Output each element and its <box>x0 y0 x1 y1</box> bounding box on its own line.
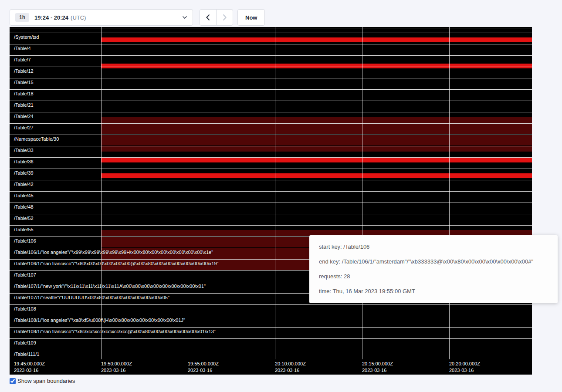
chevron-left-icon <box>206 14 210 21</box>
span-boundary-line <box>10 316 532 316</box>
span-boundary-line <box>10 157 532 158</box>
time-gridline <box>275 27 275 359</box>
span-key-label: /Table/106 <box>14 238 36 243</box>
span-key-label: /Table/21 <box>14 102 34 108</box>
span-boundary-line <box>10 135 532 135</box>
chevron-down-icon <box>182 16 187 19</box>
span-boundary-line <box>10 180 532 180</box>
time-axis-date: 2023-03-16 <box>275 367 306 374</box>
tooltip-time: time: Thu, 16 Mar 2023 19:55:00 GMT <box>319 284 548 299</box>
time-axis-time: 20:20:00.000Z <box>449 361 480 367</box>
span-key-label: /Table/108/1/"los angeles"/"\xa8\xf5\u00… <box>14 318 185 323</box>
time-axis-date: 2023-03-16 <box>101 367 132 374</box>
chevron-right-icon <box>223 14 227 21</box>
span-boundary-line <box>10 44 532 44</box>
time-axis-date: 2023-03-16 <box>449 367 480 374</box>
keyvis-canvas[interactable]: /System/tsd/Table/4/Table/7/Table/12/Tab… <box>10 27 532 375</box>
span-key-label: /Table/39 <box>14 170 34 176</box>
span-key-label: /Table/108 <box>14 306 36 311</box>
span-boundary-line <box>10 169 532 169</box>
previous-interval-button[interactable] <box>200 9 217 26</box>
time-axis-label: 19:55:00.000Z2023-03-16 <box>188 361 219 374</box>
span-key-label: /Table/106/1/"los angeles"/"\x99\x99\x99… <box>14 250 213 255</box>
time-gridline <box>101 27 102 359</box>
time-axis-date: 2023-03-16 <box>14 367 45 374</box>
span-key-label: /Table/106/1/"san francisco"/"\x80\x00\x… <box>14 261 219 266</box>
span-key-label: /Table/107 <box>14 272 36 277</box>
timezone-text: (UTC) <box>71 14 86 21</box>
time-gridline <box>188 27 188 359</box>
span-key-label: /Table/4 <box>14 46 31 51</box>
span-key-label: /Table/33 <box>14 148 34 153</box>
span-boundary-line <box>10 304 532 305</box>
span-boundary-line <box>10 327 532 328</box>
span-boundary-line <box>10 350 532 350</box>
span-key-label: /Table/107/1/"seattle"/"UUUUUUD\x00\x80\… <box>14 295 169 300</box>
span-key-label: /Table/111/1 <box>14 351 39 357</box>
span-key-label: /Table/18 <box>14 91 34 96</box>
span-boundary-line <box>10 123 532 124</box>
span-key-label: /Table/52 <box>14 216 34 221</box>
heat-band <box>101 135 532 145</box>
time-axis-label: 20:15:00.000Z2023-03-16 <box>362 361 393 374</box>
heat-band <box>101 117 532 123</box>
span-key-label: /Table/42 <box>14 182 34 187</box>
span-key-label: /Table/108/1/"san francisco"/"\x8c\xcc\x… <box>14 329 216 334</box>
keyvis-tooltip: start key: /Table/106 end key: /Table/10… <box>309 235 558 303</box>
span-key-label: /Table/12 <box>14 68 34 74</box>
span-boundary-line <box>10 112 532 112</box>
span-boundary-line <box>10 146 532 146</box>
span-boundary-line <box>10 225 532 226</box>
span-boundary-line <box>10 67 532 67</box>
span-key-label: /Table/55 <box>14 227 34 232</box>
time-axis-label: 19:50:00.000Z2023-03-16 <box>101 361 132 374</box>
time-axis-time: 19:50:00.000Z <box>101 361 132 367</box>
time-axis-label: 20:10:00.000Z2023-03-16 <box>275 361 306 374</box>
span-key-label: /Table/7 <box>14 57 31 62</box>
span-boundary-line <box>10 78 532 78</box>
heat-band <box>101 64 532 68</box>
span-boundary-line <box>10 28 532 28</box>
time-gridline <box>362 27 362 359</box>
span-boundary-line <box>10 214 532 214</box>
time-axis-date: 2023-03-16 <box>188 367 219 374</box>
time-axis-time: 19:45:00.000Z <box>14 361 45 367</box>
heat-band <box>101 158 532 162</box>
time-axis-time: 19:55:00.000Z <box>188 361 219 367</box>
span-boundary-line <box>10 89 532 90</box>
span-key-label: /System/tsd <box>14 34 39 40</box>
time-axis-label: 19:45:00.000Z2023-03-16 <box>14 361 45 374</box>
show-span-boundaries-checkbox[interactable] <box>10 378 16 384</box>
heat-band <box>101 124 532 134</box>
heat-band <box>101 173 532 178</box>
time-range-text: 19:24 - 20:24 <box>34 14 68 21</box>
span-boundary-line <box>10 33 532 33</box>
span-boundary-line <box>10 203 532 203</box>
tooltip-start-key: start key: /Table/106 <box>319 240 548 254</box>
time-nav-group <box>200 9 233 26</box>
time-range-dropdown[interactable]: 1h 19:24 - 20:24 (UTC) <box>10 9 193 26</box>
time-gridline <box>449 27 450 359</box>
now-button[interactable]: Now <box>237 9 265 26</box>
time-axis-time: 20:10:00.000Z <box>275 361 306 367</box>
heat-band <box>101 37 532 42</box>
span-key-label: /Table/36 <box>14 159 34 164</box>
time-axis-label: 20:20:00.000Z2023-03-16 <box>449 361 480 374</box>
span-boundary-line <box>10 101 532 101</box>
span-key-label: /Table/45 <box>14 193 34 198</box>
span-key-label: /NamespaceTable/30 <box>14 136 59 142</box>
span-boundary-line <box>10 191 532 192</box>
span-key-label: /Table/27 <box>14 125 34 130</box>
time-axis-date: 2023-03-16 <box>362 367 393 374</box>
show-span-boundaries-toggle[interactable]: Show span boundaries <box>10 378 75 384</box>
span-key-label: /Table/109 <box>14 340 36 345</box>
span-key-label: /Table/24 <box>14 114 34 119</box>
show-span-boundaries-label: Show span boundaries <box>17 378 75 384</box>
tooltip-requests: requests: 28 <box>319 269 548 284</box>
time-axis-time: 20:15:00.000Z <box>362 361 393 367</box>
tooltip-end-key: end key: /Table/106/1/"amsterdam"/"\xb33… <box>319 254 548 269</box>
span-key-label: /Table/107/1/"new york"/"\x11\x11\x11\x1… <box>14 284 206 289</box>
next-interval-button[interactable] <box>216 9 233 26</box>
span-key-label: /Table/15 <box>14 80 34 85</box>
span-key-label: /Table/48 <box>14 204 34 210</box>
